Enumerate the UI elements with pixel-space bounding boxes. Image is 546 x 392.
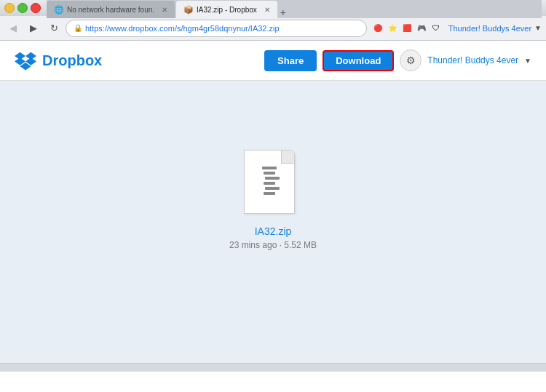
forward-button[interactable]: ▶: [25, 20, 42, 37]
tab-2[interactable]: 📦 IA32.zip - Dropbox ✕: [176, 1, 277, 18]
address-text: https://www.dropbox.com/s/hgm4gr58dqnynu…: [85, 24, 280, 33]
tab-2-close[interactable]: ✕: [264, 6, 270, 14]
tab-1[interactable]: 🌐 No network hardware foun... ✕: [47, 1, 175, 18]
ext-4-icon[interactable]: 🎮: [415, 22, 428, 35]
lock-icon: 🔒: [74, 24, 82, 32]
browser-chrome: 🌐 No network hardware foun... ✕ 📦 IA32.z…: [0, 0, 546, 41]
tab-1-favicon: 🌐: [54, 5, 63, 14]
reload-button[interactable]: ↻: [45, 20, 63, 37]
tab-1-label: No network hardware foun...: [67, 6, 154, 14]
tab-2-label: IA32.zip - Dropbox: [197, 6, 257, 14]
user-name: Thunder! Buddys 4ever: [448, 24, 531, 33]
nav-bar: ◀ ▶ ↻ 🔒 https://www.dropbox.com/s/hgm4gr…: [0, 16, 546, 41]
tabs-bar: 🌐 No network hardware foun... ✕ 📦 IA32.z…: [47, 0, 542, 18]
file-corner: [281, 151, 294, 164]
header-user-dropdown[interactable]: ▼: [524, 57, 531, 65]
dropbox-logo: Dropbox: [15, 49, 102, 71]
close-button[interactable]: [31, 3, 41, 13]
file-meta: 23 mins ago · 5.52 MB: [229, 240, 317, 250]
dropbox-logo-icon: [15, 49, 36, 71]
header-user-link[interactable]: Thunder! Buddys 4ever: [427, 55, 518, 65]
tab-1-close[interactable]: ✕: [162, 6, 167, 14]
gear-button[interactable]: ⚙: [400, 49, 422, 71]
ext-5-icon[interactable]: 🛡: [430, 22, 443, 35]
ext-1-icon[interactable]: 🔴: [371, 22, 384, 35]
user-dropdown-arrow[interactable]: ▼: [534, 24, 542, 32]
file-area: IA32.zip 23 mins ago · 5.52 MB: [0, 81, 546, 363]
page-content: Dropbox Share Download ⚙ Thunder! Buddys…: [0, 41, 546, 372]
address-bar[interactable]: 🔒 https://www.dropbox.com/s/hgm4gr58dqny…: [66, 20, 367, 37]
dropbox-header: Dropbox Share Download ⚙ Thunder! Buddys…: [0, 41, 546, 81]
dropbox-logo-text: Dropbox: [42, 52, 102, 69]
maximize-button[interactable]: [17, 3, 28, 13]
header-actions: Share Download ⚙ Thunder! Buddys 4ever ▼: [264, 49, 531, 71]
ext-3-icon[interactable]: 🟥: [400, 22, 414, 35]
minimize-button[interactable]: [4, 3, 15, 13]
file-name[interactable]: IA32.zip: [255, 225, 292, 237]
back-button[interactable]: ◀: [4, 20, 22, 37]
extension-icons: 🔴 ⭐ 🟥 🎮 🛡: [371, 22, 443, 35]
title-bar: 🌐 No network hardware foun... ✕ 📦 IA32.z…: [0, 0, 546, 16]
tab-2-favicon: 📦: [183, 5, 192, 14]
zip-lines: [262, 167, 277, 197]
window-controls: [4, 3, 41, 13]
file-icon: [244, 150, 302, 215]
bottom-scrollbar[interactable]: [0, 363, 546, 372]
gear-icon: ⚙: [406, 55, 416, 66]
file-page: [244, 150, 295, 214]
download-button[interactable]: Download: [323, 50, 394, 71]
share-button[interactable]: Share: [264, 50, 317, 71]
add-tab-button[interactable]: +: [280, 7, 286, 18]
ext-2-icon[interactable]: ⭐: [386, 22, 399, 35]
